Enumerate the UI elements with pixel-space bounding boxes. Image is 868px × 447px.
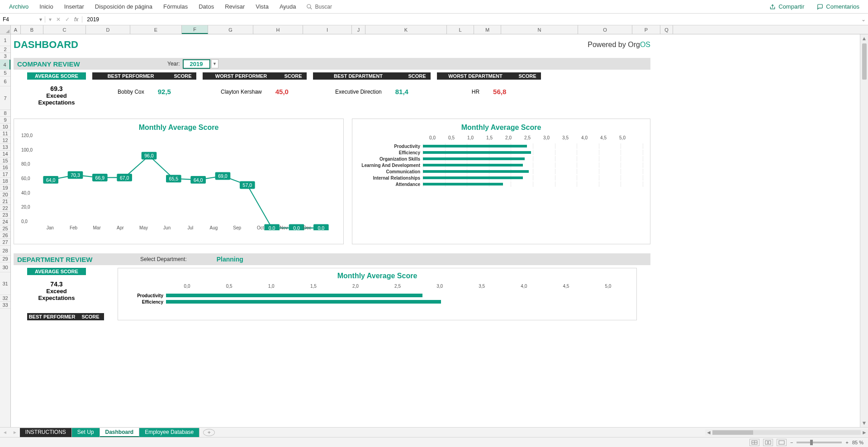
menu-inicio[interactable]: Inicio bbox=[34, 3, 58, 10]
vertical-scrollbar[interactable]: ▲ ▼ bbox=[860, 34, 868, 427]
menu-disposicion[interactable]: Disposición de página bbox=[90, 3, 158, 10]
row-header-13[interactable]: 13 bbox=[0, 144, 10, 151]
row-header-6[interactable]: 6 bbox=[0, 76, 10, 86]
scroll-up-icon[interactable]: ▲ bbox=[860, 34, 868, 43]
row-header-12[interactable]: 12 bbox=[0, 137, 10, 144]
row-header-24[interactable]: 24 bbox=[0, 219, 10, 225]
dept-selected[interactable]: Planning bbox=[190, 256, 270, 263]
row-header-9[interactable]: 9 bbox=[0, 117, 10, 124]
row-header-10[interactable]: 10 bbox=[0, 124, 10, 130]
worksheet[interactable]: DASHBOARD Powered by OrgOS COMPANY REVIE… bbox=[11, 34, 860, 427]
col-header-D[interactable]: D bbox=[86, 25, 130, 34]
row-header-26[interactable]: 26 bbox=[0, 232, 10, 239]
row-header-2[interactable]: 2 bbox=[0, 46, 10, 53]
row-header-1[interactable]: 1 bbox=[0, 34, 10, 46]
scroll-down-icon[interactable]: ▼ bbox=[860, 419, 868, 427]
row-header-11[interactable]: 11 bbox=[0, 130, 10, 137]
col-header-J[interactable]: J bbox=[352, 25, 365, 34]
menu-datos[interactable]: Datos bbox=[193, 3, 219, 10]
row-header-33[interactable]: 33 bbox=[0, 302, 10, 309]
col-header-F[interactable]: F bbox=[182, 25, 208, 34]
col-header-E[interactable]: E bbox=[130, 25, 182, 34]
view-normal-icon[interactable] bbox=[749, 439, 759, 446]
year-dropdown-icon[interactable]: ▼ bbox=[211, 59, 218, 68]
col-header-B[interactable]: B bbox=[21, 25, 43, 34]
col-header-A[interactable]: A bbox=[11, 25, 21, 34]
expand-formula-icon[interactable]: ▾ bbox=[49, 16, 52, 23]
row-header-30[interactable]: 30 bbox=[0, 262, 10, 272]
row-header-19[interactable]: 19 bbox=[0, 185, 10, 191]
row-header-5[interactable]: 5 bbox=[0, 70, 10, 76]
col-header-H[interactable]: H bbox=[253, 25, 303, 34]
col-header-P[interactable]: P bbox=[632, 25, 660, 34]
sheet-tab-instructions[interactable]: INSTRUCTIONS bbox=[20, 428, 72, 437]
menu-vista[interactable]: Vista bbox=[250, 3, 274, 10]
row-header-21[interactable]: 21 bbox=[0, 198, 10, 205]
col-header-G[interactable]: G bbox=[208, 25, 253, 34]
row-header-31[interactable]: 31 bbox=[0, 272, 10, 295]
col-header-M[interactable]: M bbox=[474, 25, 501, 34]
row-header-25[interactable]: 25 bbox=[0, 225, 10, 232]
formula-input[interactable]: 2019 bbox=[82, 16, 859, 23]
row-header-29[interactable]: 29 bbox=[0, 256, 10, 262]
zoom-out-icon[interactable]: − bbox=[790, 440, 793, 445]
row-header-8[interactable]: 8 bbox=[0, 110, 10, 117]
view-page-break-icon[interactable] bbox=[777, 439, 787, 446]
row-header-20[interactable]: 20 bbox=[0, 191, 10, 198]
share-button[interactable]: Compartir bbox=[764, 1, 809, 12]
hscroll-thumb[interactable] bbox=[712, 430, 753, 435]
confirm-icon[interactable]: ✓ bbox=[65, 16, 70, 23]
svg-text:64,0: 64,0 bbox=[194, 177, 203, 183]
col-header-K[interactable]: K bbox=[365, 25, 447, 34]
svg-text:0,0: 0,0 bbox=[293, 225, 300, 230]
tell-me-search[interactable]: Buscar bbox=[302, 4, 337, 10]
zoom-slider[interactable] bbox=[797, 442, 842, 443]
row-header-27[interactable]: 27 bbox=[0, 239, 10, 246]
row-header-18[interactable]: 18 bbox=[0, 178, 10, 185]
row-header-15[interactable]: 15 bbox=[0, 157, 10, 164]
row-header-32[interactable]: 32 bbox=[0, 295, 10, 302]
add-sheet-button[interactable]: + bbox=[203, 429, 215, 436]
row-header-14[interactable]: 14 bbox=[0, 151, 10, 157]
row-header-16[interactable]: 16 bbox=[0, 164, 10, 171]
year-cell[interactable]: 2019 bbox=[183, 59, 210, 69]
col-header-L[interactable]: L bbox=[447, 25, 474, 34]
tab-nav-prev-icon[interactable]: ◄ bbox=[0, 430, 10, 435]
horizontal-scrollbar[interactable]: ◄ ► bbox=[705, 429, 868, 436]
sheet-tab-employee-database[interactable]: Employee Database bbox=[139, 428, 199, 437]
col-header-O[interactable]: O bbox=[578, 25, 632, 34]
hscroll-left-icon[interactable]: ◄ bbox=[705, 429, 712, 436]
sheet-tab-set-up[interactable]: Set Up bbox=[72, 428, 100, 437]
hscroll-right-icon[interactable]: ► bbox=[861, 429, 868, 436]
tab-nav-next-icon[interactable]: ► bbox=[10, 430, 20, 435]
menu-formulas[interactable]: Fórmulas bbox=[158, 3, 193, 10]
zoom-in-icon[interactable]: + bbox=[845, 440, 848, 445]
menu-archivo[interactable]: Archivo bbox=[4, 3, 34, 10]
row-header-17[interactable]: 17 bbox=[0, 171, 10, 178]
row-header-28[interactable]: 28 bbox=[0, 246, 10, 256]
col-header-I[interactable]: I bbox=[303, 25, 352, 34]
menu-revisar[interactable]: Revisar bbox=[219, 3, 250, 10]
col-header-N[interactable]: N bbox=[501, 25, 578, 34]
select-all-cell[interactable] bbox=[0, 25, 11, 34]
col-header-Q[interactable]: Q bbox=[660, 25, 673, 34]
comments-button[interactable]: Comentarios bbox=[812, 1, 864, 12]
formula-bar-expand-icon[interactable]: ⌄ bbox=[859, 16, 868, 23]
row-header-3[interactable]: 3 bbox=[0, 53, 10, 60]
col-header-C[interactable]: C bbox=[43, 25, 86, 34]
menu-insertar[interactable]: Insertar bbox=[59, 3, 90, 10]
kpi-worst-dept-score-head: SCORE bbox=[514, 72, 541, 80]
row-header-4[interactable]: 4 bbox=[0, 60, 10, 70]
name-box-dropdown-icon[interactable]: ▾ bbox=[39, 16, 42, 23]
view-page-layout-icon[interactable] bbox=[763, 439, 773, 446]
row-header-7[interactable]: 7 bbox=[0, 86, 10, 110]
row-header-22[interactable]: 22 bbox=[0, 205, 10, 212]
row-header-23[interactable]: 23 bbox=[0, 212, 10, 219]
name-box[interactable]: F4 ▾ bbox=[0, 16, 45, 23]
sheet-tab-dashboard[interactable]: Dashboard bbox=[100, 428, 140, 437]
fx-icon[interactable]: fx bbox=[74, 16, 78, 23]
zoom-level[interactable]: 85 % bbox=[852, 440, 863, 445]
scroll-thumb[interactable] bbox=[862, 43, 867, 80]
cancel-icon[interactable]: ✕ bbox=[56, 16, 61, 23]
menu-ayuda[interactable]: Ayuda bbox=[274, 3, 302, 10]
